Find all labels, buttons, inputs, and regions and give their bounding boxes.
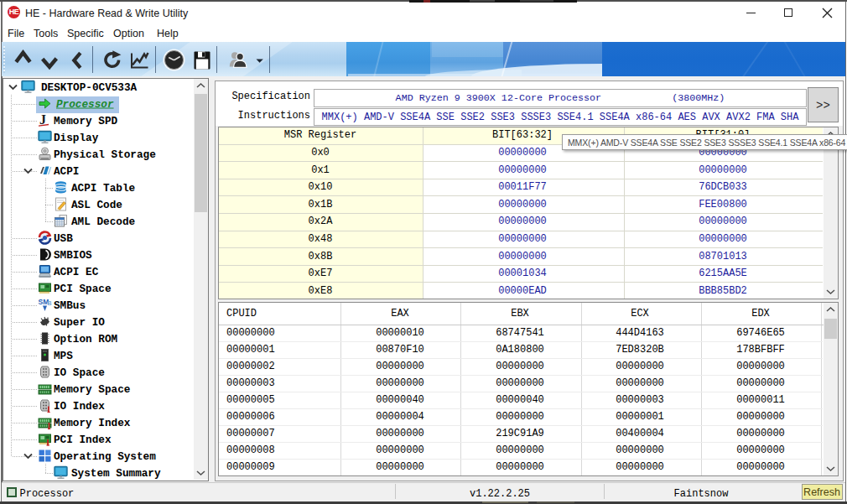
svg-text:B: B <box>48 300 52 306</box>
